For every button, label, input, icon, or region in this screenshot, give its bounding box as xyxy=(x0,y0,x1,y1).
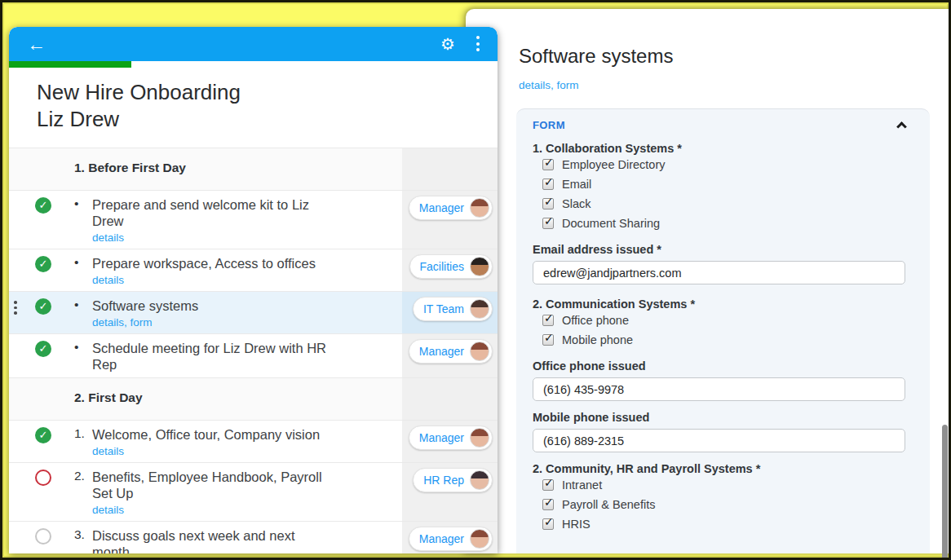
task-detail-panel: Software systems details, form FORM 1. C… xyxy=(466,9,951,553)
task-row[interactable]: ✓ • Schedule meeting for Liz Drew with H… xyxy=(9,333,498,377)
task-complete-icon[interactable]: ✓ xyxy=(35,341,51,357)
drag-handle-icon[interactable] xyxy=(14,301,17,315)
assignee-pill[interactable]: Manager xyxy=(409,527,493,551)
checkbox-intranet[interactable]: ✓ Intranet xyxy=(542,475,905,495)
avatar xyxy=(470,428,489,448)
details-form-link[interactable]: details, form xyxy=(92,316,402,329)
checkbox-icon[interactable]: ✓ xyxy=(542,198,554,209)
form-section-label: FORM xyxy=(533,119,565,131)
office-phone-field[interactable] xyxy=(533,377,905,401)
task-incomplete-red-icon[interactable] xyxy=(35,470,51,486)
task-complete-icon[interactable]: ✓ xyxy=(35,298,51,315)
avatar xyxy=(470,470,489,490)
task-row[interactable]: ✓ 1. Welcome, Office tour, Company visio… xyxy=(9,420,498,462)
email-field[interactable] xyxy=(533,261,905,284)
detail-links[interactable]: details, form xyxy=(519,79,579,91)
avatar xyxy=(470,342,489,361)
assignee-pill[interactable]: IT Team xyxy=(413,297,493,321)
task-text: Prepare workspace, Access to offices xyxy=(92,255,402,271)
progress-track xyxy=(9,61,498,68)
desktop: Software systems details, form FORM 1. C… xyxy=(0,0,951,560)
mobile-phone-field[interactable] xyxy=(533,429,905,452)
task-text: Welcome, Office tour, Company vision xyxy=(92,426,402,443)
assignee-column xyxy=(402,378,498,420)
checkbox-icon[interactable]: ✓ xyxy=(542,518,554,530)
task-marker: 1. xyxy=(66,421,92,462)
check-icon: ✓ xyxy=(39,300,48,312)
checkbox-icon[interactable]: ✓ xyxy=(542,315,554,326)
task-text: Discuss goals next week and next xyxy=(92,527,402,544)
task-marker: 3. xyxy=(66,522,92,553)
assignee-pill[interactable]: Facilities xyxy=(409,254,493,279)
task-complete-icon[interactable]: ✓ xyxy=(35,427,51,443)
checkbox-hris[interactable]: ✓ HRIS xyxy=(542,514,905,534)
task-marker: • xyxy=(66,249,92,291)
task-marker: • xyxy=(66,191,92,249)
chevron-up-icon[interactable] xyxy=(896,121,907,132)
checkbox-employee-directory[interactable]: ✓ Employee Directory xyxy=(542,155,905,174)
task-list: 1. Before First Day ✓ • Prepare and send… xyxy=(9,148,498,553)
assignee-column: Facilities xyxy=(402,249,498,291)
check-icon: ✓ xyxy=(39,258,48,270)
back-arrow-icon[interactable]: ← xyxy=(27,33,46,55)
task-row[interactable]: ✓ • Prepare and send welcome kit to Liz … xyxy=(9,190,498,249)
task-marker: • xyxy=(66,334,92,377)
task-text: Rep xyxy=(92,356,402,373)
checkbox-icon[interactable]: ✓ xyxy=(542,218,554,229)
task-marker: 2. xyxy=(66,463,92,521)
assignee-pill[interactable]: Manager xyxy=(409,196,493,220)
task-row[interactable]: 3. Discuss goals next week and next mont… xyxy=(9,521,498,553)
task-complete-icon[interactable]: ✓ xyxy=(35,197,51,214)
checkbox-document-sharing[interactable]: ✓ Document Sharing xyxy=(542,214,905,233)
office-phone-field-label: Office phone issued xyxy=(533,359,905,373)
avatar xyxy=(470,198,489,218)
details-link[interactable]: details xyxy=(92,231,402,244)
details-link[interactable]: details xyxy=(92,274,402,286)
task-incomplete-icon[interactable] xyxy=(35,528,51,545)
email-field-label: Email address issued * xyxy=(533,243,905,256)
gear-icon[interactable]: ⚙ xyxy=(440,34,455,54)
task-text: Set Up xyxy=(92,485,402,501)
details-link[interactable]: details xyxy=(92,445,402,457)
task-text: Schedule meeting for Liz Drew with HR xyxy=(92,340,402,356)
assignee-column: Manager xyxy=(402,522,498,553)
checkbox-email[interactable]: ✓ Email xyxy=(542,174,905,194)
scrollbar-thumb[interactable] xyxy=(942,425,948,560)
task-text: Prepare and send welcome kit to Liz xyxy=(92,196,402,213)
kebab-menu-icon[interactable] xyxy=(476,36,480,51)
task-row-selected[interactable]: ✓ • Software systems details, form IT Te… xyxy=(9,291,498,333)
check-icon: ✓ xyxy=(39,199,48,211)
task-row[interactable]: ✓ • Prepare workspace, Access to offices… xyxy=(9,249,498,291)
checkbox-payroll-benefits[interactable]: ✓ Payroll & Benefits xyxy=(542,495,905,514)
task-text: Software systems xyxy=(92,298,402,314)
form-section: FORM 1. Collaboration Systems * ✓ Employ… xyxy=(516,108,930,553)
checkbox-icon[interactable]: ✓ xyxy=(542,179,554,190)
form-group-label: 2. Community, HR and Payroll Systems * xyxy=(533,462,905,475)
details-link[interactable]: details xyxy=(92,504,402,516)
mobile-phone-field-label: Mobile phone issued xyxy=(533,411,905,424)
avatar xyxy=(470,529,489,549)
task-text: Drew xyxy=(92,213,402,229)
checkbox-icon[interactable]: ✓ xyxy=(542,499,554,510)
checkbox-office-phone[interactable]: ✓ Office phone xyxy=(542,311,905,330)
assignee-column: Manager xyxy=(402,421,498,462)
section-heading: 1. Before First Day xyxy=(9,148,498,190)
avatar xyxy=(470,299,489,319)
checkbox-icon[interactable]: ✓ xyxy=(542,334,554,346)
assignee-column xyxy=(402,148,498,190)
assignee-pill[interactable]: Manager xyxy=(409,339,493,364)
check-icon: ✓ xyxy=(39,429,48,441)
card-header: ← ⚙ xyxy=(9,27,498,61)
checkbox-icon[interactable]: ✓ xyxy=(542,479,554,491)
assignee-pill[interactable]: Manager xyxy=(409,426,493,450)
form-group-label: 1. Collaboration Systems * xyxy=(533,142,905,155)
detail-title: Software systems xyxy=(519,45,673,68)
task-complete-icon[interactable]: ✓ xyxy=(35,256,51,272)
checkbox-icon[interactable]: ✓ xyxy=(542,159,554,170)
check-icon: ✓ xyxy=(39,342,48,355)
form-group-label: 2. Communication Systems * xyxy=(533,298,905,311)
assignee-pill[interactable]: HR Rep xyxy=(413,468,493,492)
checkbox-slack[interactable]: ✓ Slack xyxy=(542,194,905,214)
checkbox-mobile-phone[interactable]: ✓ Mobile phone xyxy=(542,330,905,350)
task-row[interactable]: 2. Benefits, Employee Handbook, Payroll … xyxy=(9,462,498,521)
